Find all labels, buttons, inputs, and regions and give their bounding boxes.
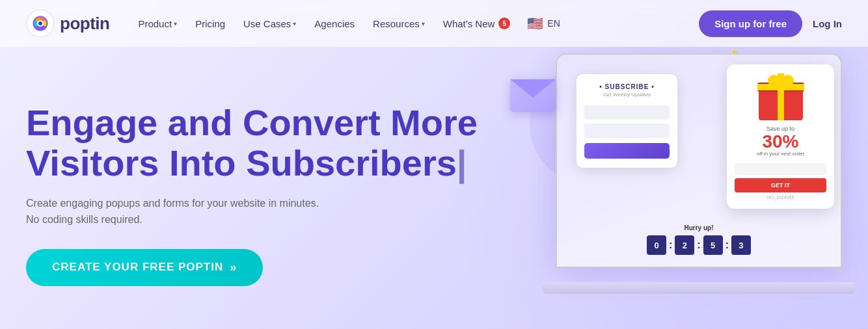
hurry-section: Hurry up! 0 : 2 : 5 : 3 [640, 224, 757, 255]
hero-subtitle-line1: Create engaging popups and forms for you… [26, 198, 319, 209]
nav-item-whats-new[interactable]: What's New 5 [435, 12, 519, 34]
logo-icon [26, 9, 55, 38]
gift-illustration [755, 73, 807, 120]
envelope-flap [510, 79, 556, 98]
nav-item-use-cases[interactable]: Use Cases ▾ [236, 13, 304, 34]
nav-item-agencies[interactable]: Agencies [306, 13, 362, 34]
laptop-mockup: • SUBSCRIBE • Get Weekly Updates [543, 53, 855, 300]
nav-links: Product ▾ Pricing Use Cases ▾ Agencies R… [130, 12, 688, 35]
timer-days: 0 [647, 235, 666, 255]
discount-off-text: off in your next order [735, 151, 826, 157]
subscribe-input-2 [584, 124, 670, 138]
nav-label-whats-new: What's New [443, 18, 495, 29]
nav-item-product[interactable]: Product ▾ [130, 13, 185, 34]
language-selector[interactable]: 🇺🇸 EN [521, 12, 566, 35]
discount-btn-label: GET IT [771, 182, 790, 189]
hurry-label: Hurry up! [640, 224, 757, 231]
nav-label-use-cases: Use Cases [243, 18, 291, 29]
nav-actions: Sign up for free Log In [699, 10, 842, 37]
chevron-down-icon-2: ▾ [293, 20, 296, 27]
chevron-down-icon: ▾ [174, 20, 177, 27]
hero-section: Engage and Convert More Visitors Into Su… [0, 47, 868, 329]
flag-icon: 🇺🇸 [527, 16, 543, 31]
hero-content: Engage and Convert More Visitors Into Su… [26, 103, 481, 285]
cta-label: CREATE YOUR FREE POPTIN [52, 261, 223, 274]
laptop-base [543, 282, 855, 294]
language-label: EN [547, 18, 560, 29]
chevron-down-icon-3: ▾ [422, 20, 425, 27]
whats-new-badge: 5 [498, 18, 510, 29]
timer-sep-2: : [697, 239, 700, 251]
subscribe-title: • SUBSCRIBE • [584, 83, 670, 90]
timer: 0 : 2 : 5 : 3 [640, 235, 757, 255]
bow-right [782, 75, 794, 86]
nav-label-pricing: Pricing [195, 18, 225, 29]
subscribe-popup: • SUBSCRIBE • Get Weekly Updates [576, 74, 677, 168]
envelope-illustration [510, 79, 556, 112]
logo-text: poptin [60, 14, 109, 34]
signup-button[interactable]: Sign up for free [699, 10, 802, 37]
hero-title: Engage and Convert More Visitors Into Su… [26, 103, 481, 183]
discount-get-button: GET IT [735, 178, 826, 192]
hero-title-line2: Visitors Into Subscribers [26, 142, 457, 183]
discount-code: NO_2024065 [735, 195, 826, 200]
hero-subtitle-line2: No coding skills required. [26, 214, 142, 225]
timer-sep-3: : [726, 239, 729, 251]
timer-seconds: 3 [731, 235, 751, 255]
hero-title-line1: Engage and Convert More [26, 102, 478, 143]
svg-point-4 [38, 21, 42, 25]
nav-label-resources: Resources [373, 18, 420, 29]
timer-hours: 2 [675, 235, 694, 255]
cta-button[interactable]: CREATE YOUR FREE POPTIN » [26, 249, 263, 286]
nav-label-agencies: Agencies [314, 18, 355, 29]
discount-percent: 30% [735, 133, 826, 151]
nav-label-product: Product [138, 18, 172, 29]
navbar: poptin Product ▾ Pricing Use Cases ▾ Age… [0, 0, 868, 47]
laptop-screen: • SUBSCRIBE • Get Weekly Updates [556, 53, 842, 268]
timer-sep-1: : [669, 239, 672, 251]
nav-item-resources[interactable]: Resources ▾ [365, 13, 433, 34]
cta-arrows-icon: » [230, 261, 237, 274]
subscribe-input-1 [584, 105, 670, 120]
login-button[interactable]: Log In [813, 18, 842, 29]
subscribe-subtitle: Get Weekly Updates [584, 92, 670, 98]
discount-email-input [735, 163, 826, 175]
subscribe-button [584, 143, 670, 159]
bow-left [768, 75, 780, 86]
discount-popup: Save up to 30% off in your next order GE… [727, 64, 834, 209]
hero-visual: • SUBSCRIBE • Get Weekly Updates [478, 47, 868, 329]
logo-link[interactable]: poptin [26, 9, 109, 38]
timer-minutes: 5 [703, 235, 723, 255]
hero-subtitle: Create engaging popups and forms for you… [26, 195, 481, 228]
nav-item-pricing[interactable]: Pricing [187, 13, 233, 34]
